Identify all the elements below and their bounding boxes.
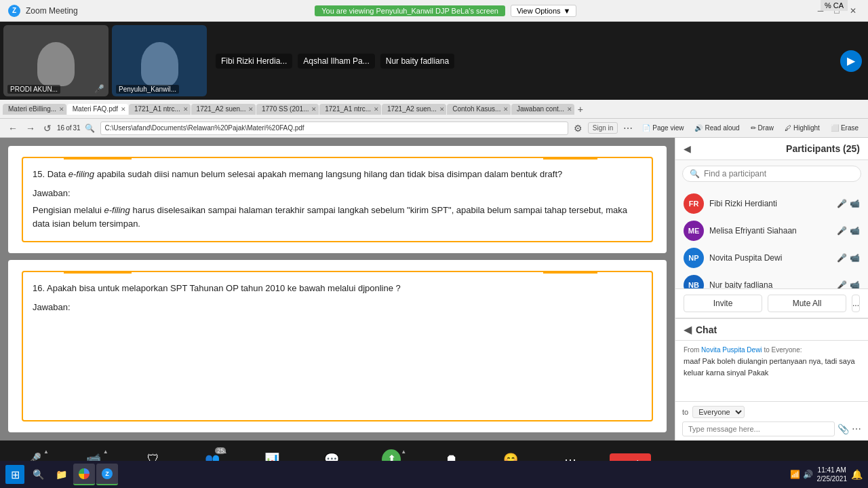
video-tile-1: PRODI AKUN... 🎤 (3, 25, 108, 96)
tab-close-4[interactable]: ✕ (248, 106, 254, 113)
search-page-button[interactable]: 🔍 (82, 122, 98, 134)
participant-icons-nb: 🎤 📹 (837, 280, 860, 288)
view-options-button[interactable]: View Options ▼ (511, 5, 577, 17)
browser-tab-2[interactable]: Materi FAQ.pdf ✕ (67, 104, 128, 115)
pdf-content: 15. Data e-filing apabila sudah diisi na… (0, 138, 675, 440)
browser-tab-3[interactable]: 1721_A1 ntrc... ✕ (129, 104, 191, 115)
window-title: Zoom Meeting (26, 6, 78, 16)
question-block-16: 16. Apakah bisa untuk melaporkan SPT Tah… (22, 271, 653, 421)
taskbar-zoom[interactable]: Z (96, 464, 118, 485)
volume-icon[interactable]: 🔊 (803, 470, 813, 479)
video-icon: 📹 (850, 280, 860, 288)
chat-input-row: 📎 ⋯ (682, 421, 861, 436)
notification-icon[interactable]: 🔔 (851, 469, 863, 480)
participant-list: FR Fibi Rizki Herdianti 🎤 📹 ME Melisa Ef… (675, 187, 868, 288)
avatar-me: ME (684, 221, 704, 241)
browser-tabs: Materi eBilling... ✕ Materi FAQ.pdf ✕ 17… (3, 104, 586, 115)
chat-title: Chat (696, 324, 717, 335)
main-area: 15. Data e-filing apabila sudah diisi na… (0, 138, 868, 440)
chat-message-input[interactable] (682, 421, 835, 436)
mic-icon: 🎤 (837, 253, 847, 263)
chat-file-button[interactable]: 📎 (837, 424, 849, 434)
panel-actions: Invite Mute All ... (675, 288, 868, 318)
avatar-fr: FR (684, 193, 704, 214)
mute-all-button[interactable]: Mute All (768, 295, 846, 312)
title-bar: Z Zoom Meeting You are viewing Penyuluh_… (0, 0, 868, 22)
browser-tabs-bar: Materi eBilling... ✕ Materi FAQ.pdf ✕ 17… (0, 100, 868, 119)
browser-tab-4[interactable]: 1721_A2 suen... ✕ (191, 104, 256, 115)
mic-icon: 🎤 (837, 280, 847, 288)
participant-name-3: Nur baity fadliana (380, 54, 454, 69)
chat-collapse-arrow[interactable]: ◀ (684, 323, 692, 336)
draw-btn[interactable]: ✏ Draw (747, 123, 778, 133)
avatar-np: NP (684, 248, 704, 268)
tab-close-8[interactable]: ✕ (503, 106, 509, 113)
highlight-btn[interactable]: 🖊 Highlight (781, 123, 824, 133)
answer-15-label: Jawaban: (33, 188, 642, 198)
panel-collapse-arrow[interactable]: ◀ (684, 143, 691, 154)
participant-search-box[interactable]: 🔍 (682, 166, 861, 182)
participant-search-input[interactable] (704, 169, 854, 179)
reload-button[interactable]: ↺ (41, 121, 54, 135)
right-panel: ◀ Participants (25) 🔍 FR Fibi Rizki Herd… (675, 138, 868, 440)
tab-close-6[interactable]: ✕ (374, 106, 379, 113)
settings-button[interactable]: ⚙ (571, 121, 585, 135)
page-view-btn[interactable]: 📄 Page view (638, 123, 688, 133)
sign-in-button[interactable]: Sign in (588, 122, 618, 134)
pdf-page-q16: 16. Apakah bisa untuk melaporkan SPT Tah… (8, 260, 667, 432)
question-16-text: 16. Apakah bisa untuk melaporkan SPT Tah… (33, 282, 642, 295)
browser-tab-9[interactable]: Jawaban cont... ✕ (511, 104, 574, 115)
tab-close-5[interactable]: ✕ (311, 106, 317, 113)
taskbar-tray: 📶 🔊 11:41 AM 2/25/2021 🔔 (790, 466, 863, 483)
participant-name-np: Novita Puspita Dewi (709, 253, 831, 263)
taskbar-file-explorer[interactable]: 📁 (50, 464, 72, 485)
read-aloud-btn[interactable]: 🔊 Read aloud (690, 123, 743, 133)
answer-16-label: Jawaban: (33, 302, 642, 312)
tab-close-9[interactable]: ✕ (567, 106, 572, 113)
invite-button[interactable]: Invite (684, 295, 762, 312)
back-button[interactable]: ← (5, 121, 20, 135)
chevron-icon: ▲ (43, 449, 49, 455)
address-input[interactable] (100, 121, 568, 135)
more-options-button[interactable]: ⋯ (620, 121, 635, 135)
browser-tab-8[interactable]: Contoh Kasus... ✕ (447, 104, 511, 115)
video-icon: 📹 (850, 253, 860, 263)
participant-icons-np: 🎤 📹 (837, 253, 860, 263)
close-button[interactable]: ✕ (846, 4, 860, 18)
forward-button[interactable]: → (23, 121, 38, 135)
tab-close-3[interactable]: ✕ (183, 106, 189, 113)
chat-sender-link[interactable]: Novita Puspita Dewi (701, 346, 762, 354)
app-logo: Z (8, 5, 20, 17)
network-icon[interactable]: 📶 (790, 470, 800, 479)
chat-more-button[interactable]: ⋯ (852, 424, 861, 434)
taskbar-icons: 🔍 📁 Z (27, 464, 118, 485)
new-tab-button[interactable]: + (575, 104, 586, 115)
chat-section: ◀ Chat From Novita Puspita Dewi to Every… (675, 318, 868, 440)
browser-tab-6[interactable]: 1721_A1 ntrc... ✕ (319, 104, 381, 115)
avatar-nb: NB (684, 275, 704, 288)
video-tile-label-2: Penyuluh_Kanwil... (116, 85, 179, 94)
tab-close-7[interactable]: ✕ (439, 106, 445, 113)
chevron-icon: ▲ (222, 449, 227, 455)
list-item: NB Nur baity fadliana 🎤 📹 (675, 271, 868, 288)
more-options-button[interactable]: ... (852, 295, 860, 312)
question-15-text: 15. Data e-filing apabila sudah diisi na… (33, 168, 642, 181)
browser-tab-7[interactable]: 1721_A2 suen... ✕ (382, 104, 446, 115)
chevron-down-icon: ▼ (564, 7, 571, 15)
participant-name-labels: Fibi Rizki Herdia... Aqshal Ilham Pa... … (210, 25, 837, 96)
browser-tab-1[interactable]: Materi eBilling... ✕ (3, 104, 66, 115)
tab-close-1[interactable]: ✕ (59, 106, 64, 113)
video-icon: 📹 (850, 226, 860, 236)
next-participant-button[interactable]: ▶ (840, 50, 862, 72)
tab-close-2[interactable]: ✕ (121, 106, 126, 113)
taskbar-search[interactable]: 🔍 (27, 464, 49, 485)
browser-tab-5[interactable]: 1770 SS (201... ✕ (256, 104, 319, 115)
start-button[interactable]: ⊞ (5, 465, 24, 484)
participant-name-2: Aqshal Ilham Pa... (298, 54, 374, 69)
chat-to-select[interactable]: Everyone Host only (692, 406, 745, 418)
taskbar-chrome[interactable] (73, 464, 95, 485)
participant-name-fr: Fibi Rizki Herdianti (709, 199, 831, 208)
answer-15-text: Pengisian melalui e-filing harus diseles… (33, 204, 642, 232)
erase-btn[interactable]: ⬜ Erase (827, 123, 863, 133)
mic-icon: 🎤 (837, 226, 847, 236)
